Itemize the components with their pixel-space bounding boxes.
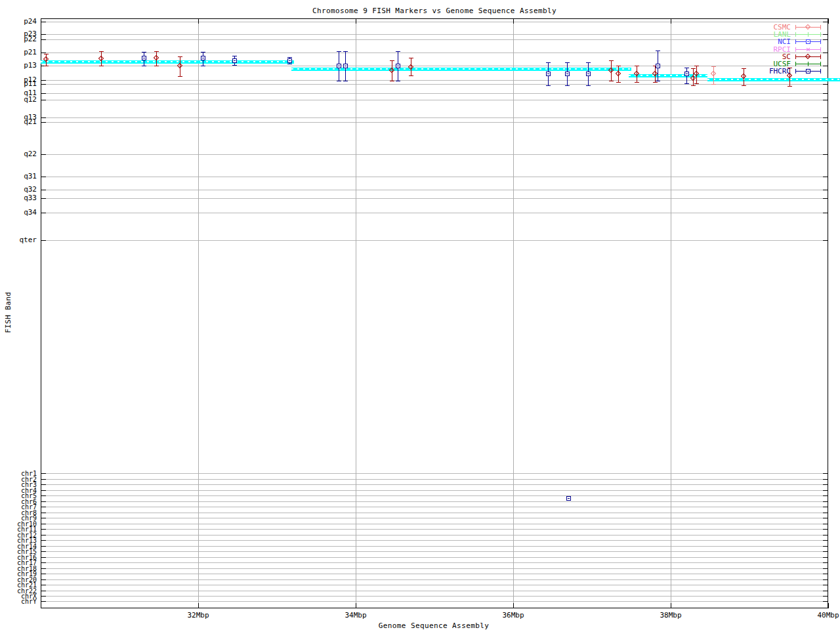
point-FHCRC-4-marker-dash	[289, 60, 291, 61]
point-SC-12-cap-top	[694, 66, 699, 66]
legend-cap-left-SC	[795, 54, 796, 59]
legend-cap-right-UCSF	[820, 62, 821, 66]
point-SC-1-cap-top	[44, 54, 49, 54]
point-FHCRC-4-cap-top	[287, 57, 292, 58]
point-FHCRC-12-cap-top	[684, 68, 689, 68]
point-FHCRC-9-cap-top	[565, 62, 570, 63]
point-FHCRC-9-cap-bottom	[565, 85, 570, 86]
lower-point-1-marker-dash	[568, 498, 570, 499]
point-FHCRC-3-marker	[232, 58, 237, 63]
point-SC-2-cap-top	[99, 51, 104, 52]
point-SC-7-cap-bottom	[609, 81, 614, 81]
point-FHCRC-10-marker	[586, 72, 591, 76]
point-FHCRC-1-cap-bottom	[142, 66, 146, 66]
legend-marker-LANL	[806, 32, 810, 37]
point-SC-3-marker	[154, 55, 159, 60]
legend-cap-left-NCI	[795, 39, 796, 44]
point-FHCRC-5-marker	[337, 64, 341, 68]
point-SC-11-cap-top	[691, 68, 696, 69]
point-SC-3-cap-top	[154, 51, 159, 52]
point-SC-4-marker	[177, 63, 182, 68]
point-FHCRC-1-marker	[142, 56, 146, 60]
point-SC-8-cap-bottom	[616, 82, 621, 83]
point-SC-7-cap-top	[609, 60, 614, 61]
legend-cap-right-FHCRC	[820, 69, 821, 74]
point-FHCRC-3-cap-bottom	[232, 65, 237, 66]
legend-cap-left-UCSF	[795, 62, 796, 66]
legend-cap-right-SC	[820, 54, 821, 59]
point-FHCRC-6-marker-dash	[345, 66, 346, 66]
assembly-segment-1	[41, 60, 294, 64]
point-SC-13-cap-top	[742, 68, 746, 69]
point-FHCRC-8-cap-bottom	[546, 85, 551, 86]
chart-canvas: Chromosome 9 FISH Markers vs Genome Sequ…	[0, 0, 840, 630]
point-FHCRC-3-cap-top	[232, 56, 237, 56]
point-FHCRC-8-marker-dash	[547, 74, 549, 74]
point-FHCRC-4-marker	[287, 58, 292, 63]
point-SC-2-cap-bottom	[99, 66, 104, 66]
point-SC-11-cap-bottom	[691, 85, 696, 86]
point-FHCRC-11-cap-bottom	[656, 81, 660, 81]
legend-marker-NCI	[806, 39, 810, 44]
point-CSMC-1-cap-top	[711, 66, 716, 67]
legend-marker-NCI-dash	[807, 41, 809, 42]
legend-marker-FHCRC-dash	[807, 71, 809, 72]
point-SC-5-cap-bottom	[390, 81, 394, 81]
point-SC-8-marker	[616, 71, 621, 76]
point-FHCRC-2-marker	[201, 56, 205, 60]
point-FHCRC-7-cap-bottom	[396, 81, 400, 81]
point-FHCRC-5-cap-bottom	[337, 81, 341, 81]
assembly-segment-4	[707, 78, 840, 81]
point-FHCRC-1-marker-dash	[143, 58, 145, 58]
point-SC-14-cap-bottom	[788, 86, 792, 87]
point-FHCRC-8-marker	[546, 72, 551, 76]
point-SC-3-cap-bottom	[154, 66, 159, 66]
point-FHCRC-3-marker-dash	[234, 60, 236, 61]
point-FHCRC-11-cap-top	[656, 51, 660, 51]
point-SC-6-cap-top	[409, 58, 413, 58]
point-FHCRC-2-cap-top	[201, 52, 205, 52]
point-FHCRC-6-cap-top	[343, 51, 348, 52]
point-FHCRC-2-cap-bottom	[201, 66, 205, 66]
point-SC-6-cap-bottom	[409, 75, 413, 76]
point-FHCRC-6-cap-bottom	[343, 81, 348, 81]
legend-cap-left-RPCI	[795, 47, 796, 52]
legend-marker-LANL-v	[808, 32, 808, 37]
point-FHCRC-10-cap-bottom	[586, 85, 591, 86]
point-FHCRC-12-marker-dash	[686, 74, 688, 74]
point-CSMC-1-cap-bottom	[711, 84, 716, 85]
point-SC-12-cap-bottom	[694, 83, 699, 84]
point-FHCRC-9-marker	[565, 72, 570, 76]
legend-cap-right-CSMC	[820, 25, 821, 30]
point-FHCRC-7-cap-top	[396, 51, 400, 52]
point-FHCRC-7-marker-dash	[397, 66, 399, 66]
point-SC-4-cap-top	[178, 56, 182, 57]
point-SC-4-cap-bottom	[178, 76, 182, 77]
point-SC-13-cap-bottom	[742, 85, 746, 86]
legend-label-FHCRC: FHCRC	[751, 67, 791, 75]
point-FHCRC-8-cap-top	[546, 62, 551, 63]
point-FHCRC-6-marker	[343, 64, 348, 68]
point-FHCRC-5-marker-dash	[338, 66, 340, 66]
point-FHCRC-12-cap-bottom	[684, 83, 689, 84]
legend-cap-left-LANL	[795, 32, 796, 37]
point-FHCRC-10-marker-dash	[587, 74, 589, 74]
legend-cap-left-FHCRC	[795, 69, 796, 74]
point-SC-5-cap-top	[390, 60, 394, 61]
point-FHCRC-11-marker-dash	[657, 66, 659, 66]
lower-point-1-marker	[566, 496, 571, 501]
legend-cap-left-CSMC	[795, 25, 796, 30]
legend-cap-right-RPCI	[820, 47, 821, 52]
point-FHCRC-12-marker	[684, 72, 689, 76]
legend-marker-FHCRC	[806, 69, 810, 74]
point-FHCRC-11-marker	[656, 64, 660, 68]
data-overlay	[0, 0, 840, 630]
point-SC-1-cap-bottom	[44, 66, 49, 66]
point-SC-8-cap-top	[616, 66, 621, 66]
assembly-segment-2	[291, 68, 631, 71]
point-FHCRC-5-cap-top	[337, 51, 341, 52]
legend-cap-right-NCI	[820, 39, 821, 44]
point-FHCRC-4-cap-bottom	[287, 64, 292, 64]
point-SC-9-cap-top	[635, 66, 639, 66]
legend-marker-UCSF-v	[808, 62, 808, 66]
